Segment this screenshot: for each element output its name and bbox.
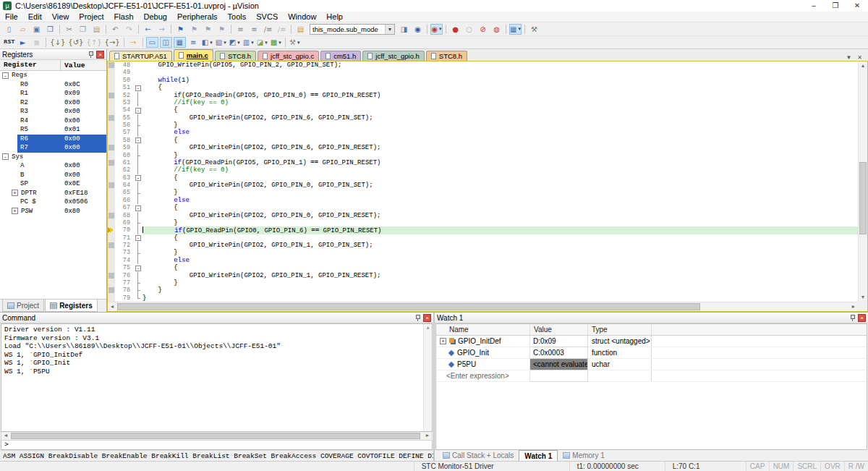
code-line-48[interactable]: 48 GPIO_WritePin(GPIO5, GPIO_PIN_2, GPIO… <box>108 61 858 69</box>
register-value[interactable]: 0x00 <box>64 144 80 151</box>
indent-button[interactable]: ≡ <box>248 24 260 35</box>
goto-next-bookmark-button[interactable]: ⚑ <box>202 24 214 35</box>
system-viewer-button[interactable]: ▩▾ <box>270 37 282 48</box>
code-line-71[interactable]: 71- { <box>108 234 858 242</box>
document-tab-jcff-stc-gpio-h[interactable]: jcff_stc_gpio.h <box>362 51 425 61</box>
disable-all-breakpoints-button[interactable]: ⊘ <box>477 24 489 35</box>
register-row-dptr[interactable]: +DPTR0xFE18 <box>0 189 106 198</box>
debug-toolbar-settings-button[interactable]: ⚒▾ <box>289 37 301 48</box>
register-value[interactable]: 0x00 <box>64 99 80 106</box>
collapse-icon[interactable]: - <box>2 72 9 79</box>
code-line-78[interactable]: 78 } <box>108 287 858 294</box>
close-panel-icon[interactable]: × <box>858 314 866 322</box>
chevron-down-icon[interactable]: ▾ <box>251 40 254 46</box>
register-row-pc-[interactable]: PC $0x0506 <box>0 198 106 207</box>
analysis-windows-button[interactable]: ▧▾ <box>215 37 227 48</box>
menu-window[interactable]: Window <box>283 12 321 22</box>
scroll-down-icon[interactable]: ▼ <box>859 293 867 302</box>
code-line-53[interactable]: 53 //if(key == 0) <box>108 99 858 106</box>
register-value[interactable]: 0x0C <box>64 81 80 88</box>
register-row-r6[interactable]: R60x00 <box>0 135 106 144</box>
code-line-62[interactable]: 62 //if(key == 0) <box>108 166 858 174</box>
code-line-61[interactable]: 61 if(GPIO_ReadPin(GPIO5, GPIO_PIN_1) ==… <box>108 159 858 166</box>
watch-type-cell[interactable]: function <box>588 347 652 358</box>
register-row-sp[interactable]: SP0x0E <box>0 179 106 189</box>
uncomment-selection-button[interactable]: ∕≡ <box>276 24 288 35</box>
register-row-r0[interactable]: R00x0C <box>0 80 106 90</box>
code-line-65[interactable]: 65 } <box>108 189 858 196</box>
tab-call-stack-locals[interactable]: Call Stack + Locals <box>438 450 519 461</box>
unindent-button[interactable]: ≡ <box>234 24 247 35</box>
register-row-sys[interactable]: -Sys <box>0 153 106 162</box>
menu-svcs[interactable]: SVCS <box>251 12 283 22</box>
code-line-57[interactable]: 57 else <box>108 129 858 136</box>
chevron-down-icon[interactable]: ▾ <box>278 40 281 46</box>
cut-button[interactable]: ✂ <box>63 24 75 35</box>
code-line-60[interactable]: 60 } <box>108 152 858 159</box>
undo-button[interactable]: ↶ <box>109 24 122 35</box>
command-vertical-scrollbar[interactable]: ▲ <box>423 324 432 431</box>
expand-icon[interactable]: + <box>440 338 446 344</box>
disassembly-window-button[interactable]: ◫ <box>160 37 172 48</box>
code-line-67[interactable]: 67- { <box>108 204 858 211</box>
watch-type-cell[interactable]: struct <untagged> <box>588 336 652 347</box>
code-line-69[interactable]: 69 } <box>108 219 858 226</box>
scroll-right-icon[interactable]: ► <box>849 302 858 311</box>
document-tab-startup-a51[interactable]: STARTUP.A51 <box>109 51 172 61</box>
register-value[interactable]: 0x00 <box>64 135 80 143</box>
code-line-68[interactable]: 68 GPIO_WritePin(GPIO2, GPIO_PIN_0, GPIO… <box>108 212 858 219</box>
code-line-64[interactable]: 64 GPIO_WritePin(GPIO2, GPIO_PIN_0, GPIO… <box>108 182 858 189</box>
code-line-52[interactable]: 52 if(GPIO_ReadPin(GPIO5, GPIO_PIN_0) ==… <box>108 92 858 99</box>
code-line-73[interactable]: 73 } <box>108 249 858 256</box>
code-line-66[interactable]: 66 else <box>108 197 858 204</box>
tab-registers[interactable]: Registers <box>45 300 98 312</box>
quick-search-button[interactable]: ◉▾ <box>430 24 443 35</box>
fold-marker[interactable]: - <box>134 174 142 182</box>
register-value[interactable]: 0x01 <box>64 126 80 133</box>
collapse-icon[interactable]: - <box>135 205 141 211</box>
menu-help[interactable]: Help <box>321 12 348 22</box>
code-line-54[interactable]: 54- { <box>108 106 858 114</box>
chevron-down-icon[interactable]: ▾ <box>210 40 213 46</box>
collapse-icon[interactable]: - <box>135 137 141 143</box>
chevron-down-icon[interactable]: ▼ <box>385 25 394 34</box>
watch-name-cell[interactable]: P5PU <box>436 359 530 370</box>
watch-type-cell[interactable]: uchar <box>588 359 652 370</box>
document-tab-cm51-h[interactable]: cm51.h <box>320 51 361 61</box>
command-window-button[interactable]: ▭ <box>146 37 158 48</box>
mode-combobox[interactable]: this_mode.sub_mode ▼ <box>310 24 395 35</box>
code-line-56[interactable]: 56 } <box>108 122 858 129</box>
menu-peripherals[interactable]: Peripherals <box>172 12 223 22</box>
watch-name-cell[interactable]: GPIO_Init <box>436 347 530 358</box>
watch-value-cell[interactable] <box>530 370 588 382</box>
register-value[interactable]: 0x80 <box>64 208 80 215</box>
register-value[interactable]: 0x0506 <box>64 198 88 205</box>
editor-vertical-scrollbar[interactable]: ▲ ▼ <box>858 61 867 302</box>
insert-breakpoint-button[interactable]: ● <box>449 24 461 35</box>
document-tab-main-c[interactable]: main.c <box>174 49 213 61</box>
register-value[interactable]: 0x0E <box>64 180 80 187</box>
register-value[interactable]: 0x00 <box>64 171 80 179</box>
open-file-button[interactable]: ▱ <box>17 24 29 35</box>
memory-windows-button[interactable]: ▥▾ <box>242 37 255 48</box>
step-over-button[interactable]: {↺} <box>67 37 84 48</box>
find-in-files-button[interactable]: ◨ <box>398 24 410 35</box>
chevron-down-icon[interactable]: ▾ <box>265 40 268 46</box>
menu-project[interactable]: Project <box>74 12 109 22</box>
code-line-72[interactable]: 72 GPIO_WritePin(GPIO2, GPIO_PIN_1, GPIO… <box>108 242 858 249</box>
watch-name-cell[interactable]: <Enter expression> <box>436 370 530 381</box>
register-value[interactable]: 0xFE18 <box>64 190 88 197</box>
insert-bookmark-button[interactable]: ⚑ <box>174 24 187 35</box>
comment-selection-button[interactable]: ∕≡ <box>262 24 274 35</box>
chevron-down-icon[interactable]: ▾ <box>518 26 521 32</box>
tab-watch-1[interactable]: Watch 1 <box>519 450 558 461</box>
watch-value-cell[interactable]: D:0x09 <box>530 336 588 347</box>
code-line-51[interactable]: 51- { <box>108 84 858 91</box>
tab-memory-1[interactable]: Memory 1 <box>558 450 609 461</box>
register-row-r4[interactable]: R40x00 <box>0 116 106 126</box>
watch-name-cell[interactable]: +GPIO_InitDef <box>436 336 530 347</box>
command-input[interactable]: > <box>1 441 433 450</box>
code-line-79[interactable]: 79} <box>108 294 858 302</box>
pin-icon[interactable] <box>849 314 856 322</box>
scroll-up-icon[interactable]: ▲ <box>859 61 867 70</box>
